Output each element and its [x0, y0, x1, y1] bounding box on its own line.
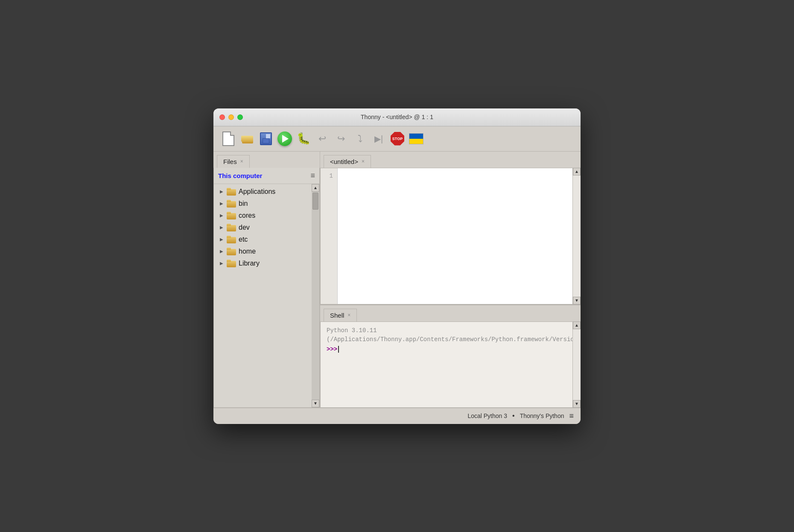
editor-textarea[interactable] [338, 168, 572, 304]
expand-arrow-icon: ▶ [220, 225, 224, 230]
editor-content: 1 [320, 168, 573, 304]
file-panel-wrapper: Files × This computer ≡ ▶ Applications [213, 152, 320, 408]
shell-area: Shell × Python 3.10.11 (/Applications/Th… [320, 305, 581, 408]
expand-arrow-icon: ▶ [220, 213, 224, 218]
stop-label: STOP [392, 137, 403, 141]
main-window: Thonny - <untitled> @ 1 : 1 🐛 [213, 108, 581, 424]
shell-prompt-symbol: >>> [327, 346, 337, 353]
line-numbers: 1 [321, 168, 338, 304]
status-bar: Local Python 3 • Thonny's Python ≡ [213, 408, 581, 424]
open-file-button[interactable] [239, 131, 255, 147]
expand-arrow-icon: ▶ [220, 249, 224, 254]
stop-button[interactable]: STOP [389, 131, 406, 147]
redo-icon [337, 133, 345, 144]
flag-yellow [409, 139, 423, 144]
folder-icon [227, 212, 236, 219]
panel-menu-icon[interactable]: ≡ [310, 171, 315, 180]
minimize-button[interactable] [228, 114, 234, 120]
files-scroll-thumb[interactable] [312, 193, 318, 210]
step-over-button[interactable] [352, 131, 368, 147]
editor-tab-untitled[interactable]: <untitled> × [324, 155, 371, 168]
shell-scroll-down[interactable]: ▼ [573, 400, 581, 408]
folder-icon [227, 236, 236, 243]
files-tab-close[interactable]: × [240, 159, 243, 164]
files-tab[interactable]: Files × [217, 155, 250, 168]
shell-tab[interactable]: Shell × [324, 309, 357, 322]
flag-blue [409, 134, 423, 139]
undo-icon [318, 133, 326, 144]
list-item[interactable]: ▶ home [214, 246, 312, 257]
shell-scroll-up[interactable]: ▲ [573, 322, 581, 329]
shell-scrollbar: ▲ ▼ [573, 322, 581, 408]
folder-icon [227, 248, 236, 255]
open-folder-icon [241, 134, 253, 143]
shell-text-area[interactable]: Python 3.10.11 (/Applications/Thonny.app… [321, 322, 572, 407]
traffic-lights [219, 114, 243, 120]
shell-tab-close[interactable]: × [347, 313, 350, 318]
shell-tabs: Shell × [320, 305, 581, 322]
expand-arrow-icon: ▶ [220, 189, 224, 194]
file-item-name: home [239, 248, 256, 255]
files-scroll-track [312, 192, 319, 400]
list-item[interactable]: ▶ Library [214, 257, 312, 269]
toolbar: 🐛 ▶| STOP [213, 126, 581, 152]
new-file-icon [222, 132, 234, 146]
folder-icon [227, 224, 236, 231]
folder-icon [227, 200, 236, 208]
debug-icon: 🐛 [297, 132, 310, 145]
step-into-button[interactable]: ▶| [371, 131, 387, 147]
files-scroll-down[interactable]: ▼ [312, 400, 319, 407]
main-content: Files × This computer ≡ ▶ Applications [213, 152, 581, 408]
shell-content-wrapper: Python 3.10.11 (/Applications/Thonny.app… [320, 322, 581, 408]
editor-with-scroll: 1 ▲ ▼ [320, 168, 581, 304]
save-icon [260, 132, 272, 145]
ukraine-flag-icon [409, 133, 423, 144]
shell-prompt-line[interactable]: >>> [327, 346, 566, 353]
editor-scroll-down[interactable]: ▼ [573, 297, 581, 304]
list-item[interactable]: ▶ cores [214, 210, 312, 222]
file-item-name: bin [239, 200, 248, 208]
list-item[interactable]: ▶ bin [214, 198, 312, 210]
editor-scroll-track [573, 175, 581, 297]
status-dot: • [512, 412, 515, 420]
run-button[interactable] [277, 131, 293, 147]
files-body-inner: ▶ Applications ▶ bin ▶ cores ▶ dev ▶ etc… [214, 184, 319, 407]
location-label[interactable]: This computer [218, 172, 262, 179]
shell-python-info: Python 3.10.11 (/Applications/Thonny.app… [327, 326, 566, 344]
list-item[interactable]: ▶ etc [214, 234, 312, 246]
list-item[interactable]: ▶ dev [214, 222, 312, 234]
debug-button[interactable]: 🐛 [295, 131, 312, 147]
files-tab-label: Files [223, 158, 237, 165]
files-panel-body: This computer ≡ ▶ Applications ▶ bin ▶ c… [213, 168, 320, 408]
editor-scroll-up[interactable]: ▲ [573, 168, 581, 175]
file-tab-row: Files × [213, 152, 320, 168]
file-item-name: Library [239, 260, 260, 267]
editor-scrollbar: ▲ ▼ [573, 168, 581, 304]
save-file-button[interactable] [258, 131, 274, 147]
new-file-button[interactable] [220, 131, 236, 147]
close-button[interactable] [219, 114, 225, 120]
status-menu-icon[interactable]: ≡ [569, 412, 574, 421]
editor-tab-label: <untitled> [330, 158, 358, 165]
file-item-name: dev [239, 224, 250, 231]
line-number-1: 1 [325, 172, 333, 179]
undo-button[interactable] [314, 131, 330, 147]
file-panel: Files × This computer ≡ ▶ Applications [213, 152, 320, 408]
ukraine-flag-button[interactable] [408, 131, 424, 147]
editor-tabs: <untitled> × [320, 152, 581, 168]
shell-tab-label: Shell [330, 312, 344, 319]
list-item[interactable]: ▶ Applications [214, 186, 312, 198]
expand-arrow-icon: ▶ [220, 237, 224, 242]
files-scrollbar: ▲ ▼ [312, 184, 319, 407]
window-title: Thonny - <untitled> @ 1 : 1 [361, 114, 433, 120]
right-panel: <untitled> × 1 ▲ ▼ [320, 152, 581, 408]
redo-button[interactable] [333, 131, 349, 147]
shell-scroll-track [573, 329, 581, 400]
files-scroll-up[interactable]: ▲ [312, 184, 319, 192]
file-list: ▶ Applications ▶ bin ▶ cores ▶ dev ▶ etc… [214, 184, 312, 407]
shell-content: Python 3.10.11 (/Applications/Thonny.app… [320, 322, 573, 408]
editor-tab-close[interactable]: × [362, 159, 365, 164]
maximize-button[interactable] [237, 114, 243, 120]
version-label: Thonny's Python [520, 412, 564, 419]
files-panel-header: This computer ≡ [214, 168, 319, 184]
